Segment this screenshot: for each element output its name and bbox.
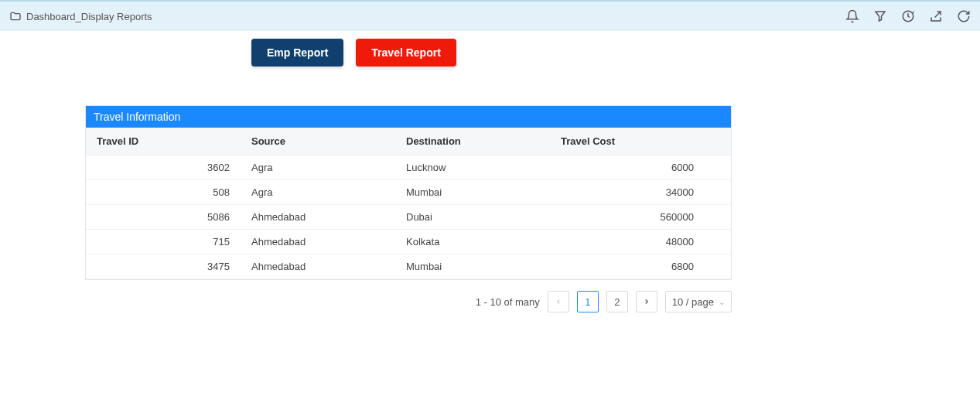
clock-icon[interactable] xyxy=(901,9,915,23)
table-row[interactable]: 3475AhmedabadMumbai6800 xyxy=(86,254,731,279)
cell-destination: Mumbai xyxy=(395,180,550,204)
cell-destination: Dubai xyxy=(395,205,550,229)
pagination-summary: 1 - 10 of many xyxy=(476,296,540,308)
page-size-select[interactable]: 10 / page ⌄ xyxy=(665,291,732,312)
folder-icon xyxy=(9,10,22,22)
breadcrumb: Dashboard_Display Reports xyxy=(9,10,152,22)
cell-source: Ahmedabad xyxy=(241,254,395,278)
cell-travel-cost: 6800 xyxy=(550,254,705,278)
table-header: Travel ID Source Destination Travel Cost xyxy=(86,128,731,155)
cell-travel-cost: 34000 xyxy=(550,180,705,204)
col-travel-cost[interactable]: Travel Cost xyxy=(550,128,715,155)
chevron-right-icon xyxy=(643,298,650,306)
cell-destination: Mumbai xyxy=(395,254,550,278)
page-button-2[interactable]: 2 xyxy=(606,291,628,312)
col-source[interactable]: Source xyxy=(241,128,395,155)
col-travel-id[interactable]: Travel ID xyxy=(86,128,241,155)
panel-header: Travel Information xyxy=(86,106,731,128)
filter-icon[interactable] xyxy=(873,9,887,23)
toolbar xyxy=(845,9,971,23)
cell-source: Agra xyxy=(241,155,395,179)
table-body[interactable]: 3602AgraLucknow6000508AgraMumbai34000508… xyxy=(86,155,731,279)
cell-travel-id: 5086 xyxy=(86,205,241,229)
table-row[interactable]: 3602AgraLucknow6000 xyxy=(86,155,731,180)
table-row[interactable]: 715AhmedabadKolkata48000 xyxy=(86,230,731,254)
report-tabs: Emp Report Travel Report xyxy=(0,31,980,74)
page-size-label: 10 / page xyxy=(672,296,714,308)
cell-travel-cost: 560000 xyxy=(550,205,705,229)
cell-travel-cost: 6000 xyxy=(550,155,705,179)
page-button-1[interactable]: 1 xyxy=(577,291,599,312)
cell-source: Agra xyxy=(241,180,395,204)
cell-travel-id: 715 xyxy=(86,230,241,254)
bell-icon[interactable] xyxy=(845,9,859,23)
table-row[interactable]: 508AgraMumbai34000 xyxy=(86,180,731,205)
cell-travel-cost: 48000 xyxy=(550,230,705,254)
cell-source: Ahmedabad xyxy=(241,230,395,254)
col-destination[interactable]: Destination xyxy=(395,128,550,155)
pagination: 1 - 10 of many 12 10 / page ⌄ xyxy=(85,280,732,312)
top-bar: Dashboard_Display Reports xyxy=(0,0,980,31)
cell-destination: Kolkata xyxy=(395,230,550,254)
cell-travel-id: 3602 xyxy=(86,155,241,179)
cell-destination: Lucknow xyxy=(395,155,550,179)
chevron-down-icon: ⌄ xyxy=(719,298,725,306)
page-title: Dashboard_Display Reports xyxy=(26,11,152,22)
emp-report-button[interactable]: Emp Report xyxy=(251,39,343,67)
cell-travel-id: 508 xyxy=(86,180,241,204)
next-page-button[interactable] xyxy=(636,291,657,312)
refresh-icon[interactable] xyxy=(957,9,971,23)
chevron-left-icon xyxy=(555,298,562,306)
main-content: Travel Information Travel ID Source Dest… xyxy=(0,74,980,312)
cell-source: Ahmedabad xyxy=(241,205,395,229)
prev-page-button[interactable] xyxy=(548,291,569,312)
cell-travel-id: 3475 xyxy=(86,254,241,278)
export-icon[interactable] xyxy=(929,9,943,23)
table-row[interactable]: 5086AhmedabadDubai560000 xyxy=(86,205,731,230)
travel-info-panel: Travel Information Travel ID Source Dest… xyxy=(85,105,732,280)
travel-report-button[interactable]: Travel Report xyxy=(356,39,456,67)
